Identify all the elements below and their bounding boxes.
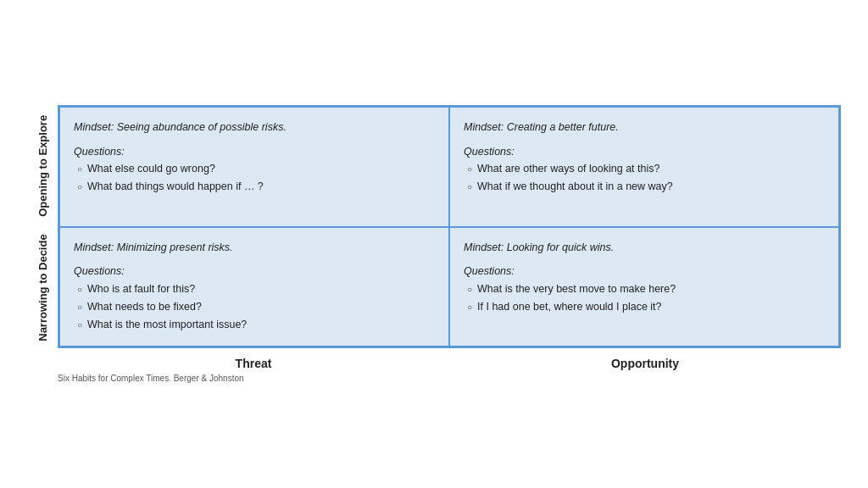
cell-tr-mindset: Mindset: Creating a better future. [464,119,825,136]
cell-bl-mindset-italic: Mindset: [74,241,114,253]
list-item: Who is at fault for this? [77,281,435,297]
cell-br-mindset-italic: Mindset: [464,241,504,253]
cell-top-right: Mindset: Creating a better future. Quest… [449,107,839,227]
quadrant-grid: Mindset: Seeing abundance of possible ri… [58,105,841,349]
list-item: What else could go wrong? [77,161,435,177]
cell-br-questions-label: Questions: [464,263,825,280]
cell-tr-questions-label: Questions: [464,144,825,160]
cell-tl-questions-list: What else could go wrong? What bad thing… [74,161,435,195]
cell-bottom-right: Mindset: Looking for quick wins. Questio… [449,227,839,347]
cell-bottom-left: Mindset: Minimizing present risks. Quest… [59,227,449,347]
list-item: What needs to be fixed? [77,299,435,315]
main-container: Opening to Explore Narrowing to Decide M… [27,105,841,384]
bottom-labels: Threat Opportunity [27,357,841,370]
list-item: What if we thought about it in a new way… [467,179,825,195]
list-item: What are other ways of looking at this? [467,161,825,177]
cell-bl-mindset: Mindset: Minimizing present risks. [74,240,435,256]
cell-bl-questions-list: Who is at fault for this? What needs to … [74,281,435,332]
cell-br-mindset: Mindset: Looking for quick wins. [464,240,825,256]
cell-tl-mindset: Mindset: Seeing abundance of possible ri… [74,119,435,136]
cell-tr-mindset-text: Creating a better future. [504,121,619,133]
list-item: What is the very best move to make here? [467,281,825,297]
cell-top-left: Mindset: Seeing abundance of possible ri… [59,107,449,227]
attribution: Six Habits for Complex Times. Berger & J… [27,374,841,383]
y-label-top: Opening to Explore [36,105,49,227]
cell-br-mindset-text: Looking for quick wins. [504,241,614,253]
cell-bl-mindset-text: Minimizing present risks. [114,241,232,253]
y-axis-labels: Opening to Explore Narrowing to Decide [27,105,58,349]
bottom-label-threat: Threat [58,357,449,370]
cell-tr-mindset-italic: Mindset: [464,121,504,133]
cell-tl-mindset-text: Seeing abundance of possible risks. [114,121,287,133]
cell-tr-questions-list: What are other ways of looking at this? … [464,161,825,195]
cell-tl-mindset-italic: Mindset: [74,121,114,133]
grid-layout: Opening to Explore Narrowing to Decide M… [27,105,841,349]
cell-br-questions-list: What is the very best move to make here?… [464,281,825,315]
cell-bl-questions-label: Questions: [74,263,435,280]
list-item: If I had one bet, where would I place it… [467,299,825,315]
bottom-label-opportunity: Opportunity [449,357,841,370]
cell-tl-questions-label: Questions: [74,144,435,160]
y-label-bottom: Narrowing to Decide [36,227,49,349]
list-item: What bad things would happen if … ? [77,179,435,195]
list-item: What is the most important issue? [77,317,435,333]
